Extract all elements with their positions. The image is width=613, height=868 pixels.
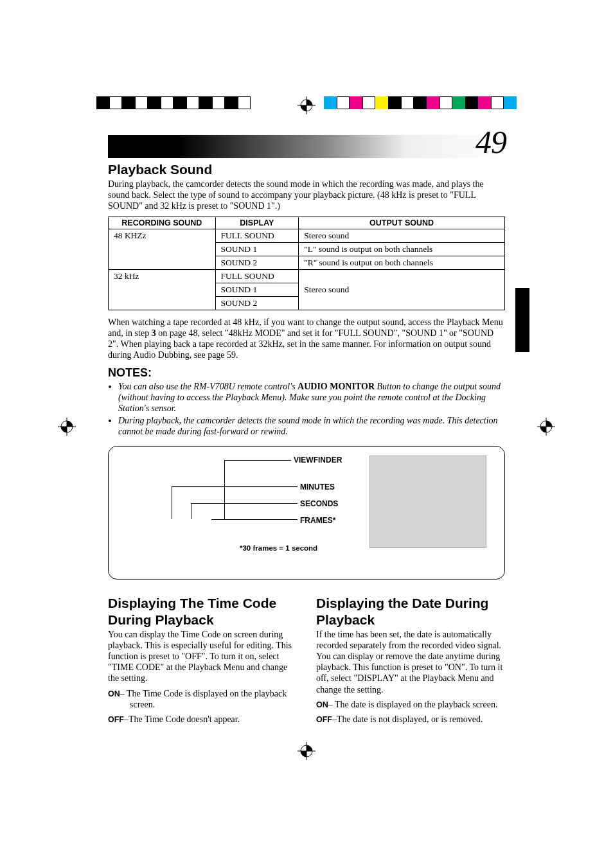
th-display: DISPLAY (215, 217, 299, 229)
setting-off: OFF–The Time Code doesn't appear. (108, 714, 297, 725)
cell-rec-32: 32 kHz (109, 270, 216, 310)
time-code-body: You can display the Time Code on screen … (108, 629, 297, 684)
after-table-text-2: on page 48, select "48kHz MODE" and set … (108, 328, 493, 360)
on-text: – The date is displayed on the playback … (328, 700, 498, 709)
on-label: ON (108, 689, 120, 698)
two-column-section: Displaying The Time Code During Playback… (108, 592, 505, 729)
page-number: 49 (475, 123, 506, 161)
table-row: 32 kHz FULL SOUND Stereo sound (109, 270, 505, 283)
off-text: –The date is not displayed, or is remove… (332, 714, 483, 724)
cell-output: "L" sound is output on both channels (299, 243, 505, 256)
off-text: –The Time Code doesn't appear. (124, 714, 240, 724)
cell-display: FULL SOUND (215, 229, 299, 243)
leader-line (191, 503, 298, 504)
registration-right-block (324, 96, 517, 109)
label-viewfinder: VIEWFINDER (294, 456, 342, 465)
label-frames: FRAMES* (300, 516, 335, 525)
viewfinder-diagram: VIEWFINDER MINUTES SECONDS FRAMES* *30 f… (108, 446, 505, 580)
cell-rec-48: 48 KHZz (109, 229, 216, 270)
cell-display: SOUND 1 (215, 243, 299, 256)
notes-heading: NOTES: (108, 366, 505, 380)
setting-on: ON– The date is displayed on the playbac… (316, 699, 505, 710)
leader-line (172, 486, 298, 487)
heading-date-display: Displaying the Date During Playback (316, 595, 505, 628)
registration-bottom-icon (298, 742, 315, 763)
column-time-code: Displaying The Time Code During Playback… (108, 592, 297, 729)
cell-display: SOUND 2 (215, 256, 299, 270)
playback-sound-intro: During playback, the camcorder detects t… (108, 179, 505, 211)
label-seconds: SECONDS (300, 499, 338, 508)
registration-center-icon (298, 96, 315, 117)
label-minutes: MINUTES (300, 483, 335, 492)
th-output-sound: OUTPUT SOUND (299, 217, 505, 229)
cell-display: FULL SOUND (215, 270, 299, 283)
note-bold: AUDIO MONITOR (298, 382, 375, 391)
header-gradient-bar: 49 (108, 135, 505, 158)
leader-line (224, 460, 291, 461)
note-text-pre: During playback, the camcorder detects t… (118, 416, 498, 436)
registration-left-block (96, 96, 251, 109)
heading-playback-sound: Playback Sound (108, 162, 505, 177)
manual-page: 49 Playback Sound During playback, the c… (0, 0, 613, 868)
note-text-pre: You can also use the RM-V708U remote con… (118, 382, 298, 391)
after-table-paragraph: When watching a tape recorded at 48 kHz,… (108, 317, 505, 360)
leader-line (172, 486, 172, 519)
viewfinder-screen-icon (369, 456, 486, 548)
registration-right-icon (537, 418, 555, 438)
page-edge-tab (515, 288, 529, 352)
cell-display: SOUND 2 (215, 297, 299, 310)
leader-line (211, 519, 298, 520)
on-text: – The Time Code is displayed on the play… (120, 689, 287, 709)
off-label: OFF (108, 715, 124, 724)
off-label: OFF (316, 715, 332, 724)
column-date-display: Displaying the Date During Playback If t… (316, 592, 505, 729)
setting-off: OFF–The date is not displayed, or is rem… (316, 714, 505, 725)
notes-list: You can also use the RM-V708U remote con… (108, 381, 505, 437)
note-item: During playback, the camcorder detects t… (118, 415, 505, 437)
date-display-body: If the time has been set, the date is au… (316, 629, 505, 695)
label-footnote: *30 frames = 1 second (240, 544, 317, 552)
table-row: 48 KHZz FULL SOUND Stereo sound (109, 229, 505, 243)
page-content: 49 Playback Sound During playback, the c… (108, 135, 505, 729)
heading-time-code: Displaying The Time Code During Playback (108, 595, 297, 628)
sound-table: RECORDING SOUND DISPLAY OUTPUT SOUND 48 … (108, 217, 505, 310)
step-number: 3 (152, 328, 156, 338)
on-label: ON (316, 700, 328, 709)
cell-output: Stereo sound (299, 229, 505, 243)
cell-display: SOUND 1 (215, 283, 299, 297)
th-recording-sound: RECORDING SOUND (109, 217, 216, 229)
leader-line (224, 460, 225, 519)
cell-output-merged: Stereo sound (299, 270, 505, 310)
cell-output: "R" sound is output on both channels (299, 256, 505, 270)
note-item: You can also use the RM-V708U remote con… (118, 381, 505, 414)
registration-left-icon (58, 418, 76, 438)
leader-line (191, 503, 191, 519)
setting-on: ON– The Time Code is displayed on the pl… (108, 688, 297, 710)
